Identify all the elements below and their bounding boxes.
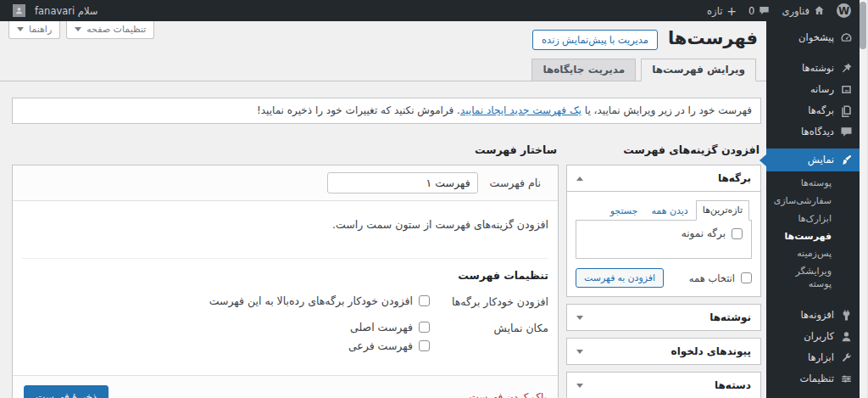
screen-options-label: تنظیمات صفحه: [86, 24, 146, 35]
help-label: راهنما: [29, 24, 52, 35]
auto-add-pages-checkbox[interactable]: [419, 295, 430, 306]
site-name-label: فناوری: [782, 5, 810, 17]
display-location-label: مکان نمایش: [430, 321, 548, 336]
auto-add-options: افزودن خودکار برگه‌های رده‌بالا به این ف…: [22, 294, 430, 307]
sidebar-item-label: افزونه‌ها: [800, 309, 834, 321]
manage-menus-notice: فهرست خود را در زیر ویرایش نمایید، یا یک…: [12, 98, 761, 124]
submenu-item-widgets[interactable]: ابزارک‌ها: [766, 210, 860, 228]
sidebar-item-comments[interactable]: دیدگاه‌ها: [766, 121, 860, 143]
home-icon: [814, 5, 825, 16]
greeting-label: سلام fanavari: [35, 5, 98, 17]
sidebar-item-media[interactable]: رسانه: [766, 79, 860, 100]
brush-icon: [840, 154, 853, 166]
sidebar-item-posts[interactable]: نوشته‌ها: [766, 58, 860, 79]
create-new-menu-link[interactable]: یک فهرست جدید ایجاد نمایید: [460, 104, 581, 116]
menus-columns: افزودن گزینه‌های فهرست برگه‌ها تازه‌ترین…: [12, 138, 761, 398]
collapse-menu-button[interactable]: جمع کردن فهرست: [766, 395, 860, 398]
primary-menu-control[interactable]: فهرست اصلی: [22, 321, 430, 334]
submenu-item-theme-editor[interactable]: ویرایشگر پوسته: [766, 263, 860, 294]
page-item-label: برگه نمونه: [682, 227, 726, 239]
custom-links-panel: پیوندهای دلخواه: [566, 338, 761, 365]
help-button[interactable]: راهنما: [8, 21, 60, 39]
page-title: فهرست‌ها: [668, 28, 758, 49]
page-checklist-item[interactable]: برگه نمونه: [585, 227, 743, 239]
display-location-options: فهرست اصلی فهرست فرعی: [22, 321, 430, 352]
sidebar-item-settings[interactable]: تنظیمات: [766, 368, 860, 390]
scrollbar-thumb[interactable]: [860, 2, 866, 49]
avatar: [13, 4, 25, 17]
menu-edit-box: نام فهرست افزودن گزینه‌های فهرست از ستون…: [12, 165, 559, 398]
menu-structure-heading: ساختار فهرست: [14, 143, 557, 156]
secondary-menu-checkbox[interactable]: [419, 340, 430, 351]
wrench-icon: [840, 351, 853, 364]
comments-bubble-icon: [759, 5, 770, 16]
main-content: تنظیمات صفحه راهنما فهرست‌ها مدیریت با پ…: [0, 21, 766, 398]
secondary-menu-label: فهرست فرعی: [348, 339, 413, 352]
browser-scrollbar[interactable]: [860, 0, 868, 398]
live-preview-button[interactable]: مدیریت با پیش‌نمایش زنده: [532, 30, 658, 50]
wordpress-admin: W فناوری 0 + تازه سلام fanavari: [0, 0, 868, 398]
my-account-menu[interactable]: سلام fanavari: [7, 0, 104, 21]
menu-name-input[interactable]: [327, 172, 478, 193]
checkbox[interactable]: [732, 228, 743, 239]
delete-menu-link[interactable]: پاک کردن فهرست: [469, 391, 547, 398]
chevron-down-icon: [576, 384, 583, 388]
sidebar-item-label: کاربران: [804, 330, 834, 342]
wordpress-logo-icon: W: [837, 3, 851, 18]
add-items-hint: افزودن گزینه‌های فهرست از ستون سمت راست.: [22, 218, 548, 231]
display-location-row: مکان نمایش فهرست اصلی فهرست فرعی: [22, 321, 548, 352]
screen-meta: تنظیمات صفحه راهنما: [8, 21, 154, 39]
site-name-link[interactable]: فناوری: [776, 0, 831, 21]
submenu-item-menus[interactable]: فهرست‌ها: [766, 228, 860, 246]
admin-bar-secondary: سلام fanavari: [0, 0, 104, 21]
user-icon: [840, 330, 853, 343]
menu-settings-section: تنظیمات فهرست افزودن خودکار برگه‌ها افزو…: [22, 258, 548, 352]
submenu-item-background[interactable]: پس‌زمینه: [766, 245, 860, 263]
posts-panel-header[interactable]: نوشته‌ها: [567, 305, 760, 330]
sidebar-item-users[interactable]: کاربران: [766, 326, 860, 347]
tab-most-recent[interactable]: تازه‌ترین‌ها: [696, 200, 749, 221]
secondary-menu-control[interactable]: فهرست فرعی: [22, 339, 430, 352]
new-content-menu[interactable]: + تازه: [701, 0, 743, 21]
admin-bar: W فناوری 0 + تازه سلام fanavari: [0, 0, 868, 21]
pages-panel-header[interactable]: برگه‌ها: [567, 165, 760, 192]
select-all-control[interactable]: انتخاب همه: [689, 272, 752, 284]
sidebar-item-plugins[interactable]: افزونه‌ها: [766, 305, 860, 326]
dashboard-icon: [840, 31, 853, 44]
tab-view-all[interactable]: دیدن همه: [645, 202, 693, 221]
tab-manage-locations[interactable]: مدیریت جایگاه‌ها: [531, 59, 636, 81]
comments-toolbar-link[interactable]: 0: [743, 0, 776, 21]
tab-edit-menus[interactable]: ویرایش فهرست‌ها: [641, 59, 756, 81]
select-all-checkbox[interactable]: [741, 272, 752, 283]
submenu-item-themes[interactable]: پوسته‌ها: [766, 175, 860, 193]
chevron-down-icon: [576, 316, 583, 320]
add-to-menu-button[interactable]: افزودن به فهرست: [576, 268, 664, 288]
sidebar-item-pages[interactable]: برگه‌ها: [766, 100, 860, 121]
auto-add-pages-label: افزودن خودکار برگه‌های رده‌بالا به این ف…: [209, 294, 413, 307]
categories-panel-header[interactable]: دسته‌ها: [567, 373, 760, 398]
menu-structure-column: ساختار فهرست نام فهرست افزودن گزینه‌های …: [12, 138, 559, 398]
custom-links-panel-header[interactable]: پیوندهای دلخواه: [567, 339, 760, 364]
primary-menu-checkbox[interactable]: [419, 322, 430, 333]
sidebar-item-dashboard[interactable]: پیشخوان: [766, 27, 860, 48]
sidebar-item-label: تنظیمات: [799, 373, 834, 384]
submenu-item-customize[interactable]: سفارشی‌سازی: [766, 193, 860, 210]
tab-search[interactable]: جستجو: [604, 202, 644, 221]
auto-add-label: افزودن خودکار برگه‌ها: [430, 294, 548, 310]
sidebar-item-label: رسانه: [810, 83, 834, 95]
screen-options-button[interactable]: تنظیمات صفحه: [66, 21, 154, 39]
sidebar-item-tools[interactable]: ابزارها: [766, 347, 860, 368]
page-header: فهرست‌ها مدیریت با پیش‌نمایش زنده: [532, 27, 758, 50]
chevron-down-icon: [17, 27, 24, 31]
wordpress-logo-menu[interactable]: W: [831, 0, 857, 21]
auto-add-pages-control[interactable]: افزودن خودکار برگه‌های رده‌بالا به این ف…: [22, 294, 430, 307]
sidebar-item-appearance[interactable]: نمایش: [766, 149, 860, 171]
pages-icon: [840, 104, 853, 117]
sidebar-item-label: نمایش: [808, 154, 834, 165]
auto-add-row: افزودن خودکار برگه‌ها افزودن خودکار برگه…: [22, 294, 548, 310]
chevron-down-icon: [576, 350, 583, 354]
media-icon: [840, 83, 853, 96]
pages-panel-body: تازه‌ترین‌ها دیدن همه جستجو برگه نمونه: [567, 192, 760, 296]
save-menu-button[interactable]: ذخیرهٔ فهرست: [24, 385, 108, 398]
menu-name-label: نام فهرست: [490, 177, 541, 189]
